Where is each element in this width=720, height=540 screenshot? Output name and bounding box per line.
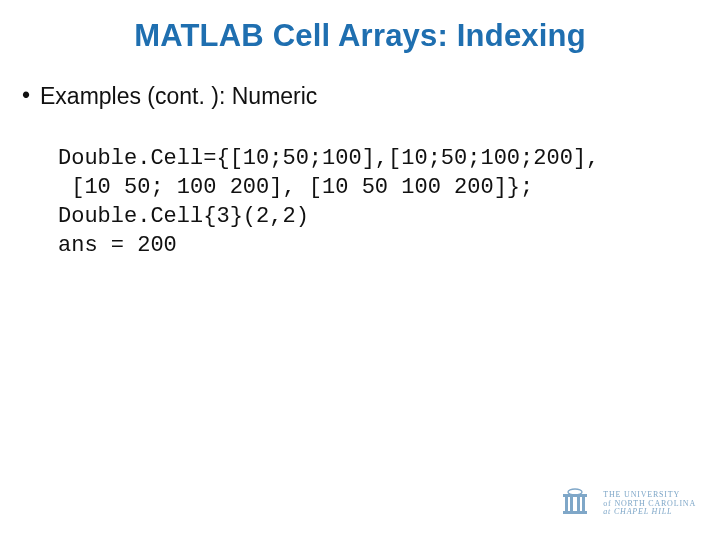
svg-rect-4 (582, 497, 585, 511)
svg-rect-5 (563, 511, 587, 514)
bullet-item: • Examples (cont. ): Numeric (22, 82, 698, 111)
code-block: Double.Cell={[10;50;100],[10;50;100;200]… (58, 115, 698, 260)
university-line3: at CHAPEL HILL (603, 508, 696, 516)
university-line3-prefix: at (603, 507, 614, 516)
bullet-text: Examples (cont. ): Numeric (40, 82, 317, 111)
code-line-1: Double.Cell={[10;50;100],[10;50;100;200]… (58, 146, 599, 171)
svg-rect-1 (565, 497, 568, 511)
university-name: THE UNIVERSITY of NORTH CAROLINA at CHAP… (603, 491, 696, 516)
svg-rect-2 (570, 497, 573, 511)
bullet-marker: • (22, 82, 40, 110)
code-line-3: Double.Cell{3}(2,2) (58, 204, 309, 229)
code-line-4: ans = 200 (58, 233, 177, 258)
university-line3-main: CHAPEL HILL (614, 507, 672, 516)
slide: MATLAB Cell Arrays: Indexing • Examples … (0, 0, 720, 540)
unc-seal-icon (557, 486, 593, 522)
page-title: MATLAB Cell Arrays: Indexing (22, 18, 698, 54)
footer-logo-block: THE UNIVERSITY of NORTH CAROLINA at CHAP… (557, 486, 696, 522)
code-line-2: [10 50; 100 200], [10 50 100 200]}; (58, 175, 533, 200)
svg-rect-3 (577, 497, 580, 511)
